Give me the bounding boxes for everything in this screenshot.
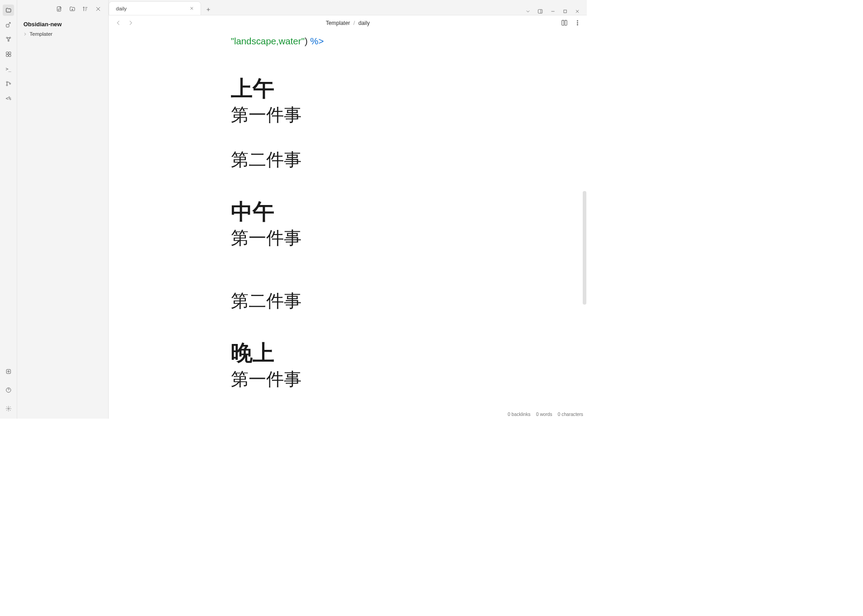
- svg-point-14: [10, 83, 11, 84]
- tree-folder-templater[interactable]: Templater: [20, 29, 106, 38]
- svg-rect-8: [6, 52, 8, 54]
- window-maximize-button[interactable]: [561, 8, 568, 15]
- scrollbar[interactable]: [583, 191, 586, 305]
- graph-icon[interactable]: [5, 36, 12, 43]
- close-icon[interactable]: [189, 5, 194, 11]
- settings-icon[interactable]: [5, 405, 12, 412]
- git-icon[interactable]: [5, 80, 12, 87]
- svg-rect-4: [6, 24, 9, 27]
- terminal-icon[interactable]: >_: [5, 65, 12, 72]
- breadcrumb-sep: /: [352, 20, 357, 26]
- window-close-button[interactable]: [574, 8, 581, 15]
- tree-item-label: Templater: [29, 31, 53, 37]
- new-note-icon[interactable]: [55, 5, 64, 14]
- new-tab-button[interactable]: [203, 4, 214, 15]
- editor[interactable]: "landscape,water") %> 上午 第一件事 第二件事 中午 第一…: [109, 31, 587, 419]
- status-words[interactable]: 0 words: [536, 412, 552, 417]
- svg-rect-31: [538, 10, 542, 13]
- code-string: "landscape,water": [231, 36, 305, 46]
- help-icon[interactable]: [5, 386, 12, 393]
- quick-switch-icon[interactable]: [5, 21, 12, 28]
- heading-first-3[interactable]: 第一件事: [231, 368, 465, 391]
- heading-noon[interactable]: 中午: [231, 200, 465, 224]
- svg-rect-11: [9, 54, 11, 57]
- svg-point-38: [577, 22, 578, 23]
- svg-rect-9: [9, 52, 11, 54]
- canvas-icon[interactable]: [5, 50, 12, 57]
- vault-title: Obsidian-new: [17, 18, 108, 29]
- svg-point-13: [6, 85, 8, 86]
- svg-point-7: [8, 40, 9, 42]
- nav-forward-icon[interactable]: [127, 19, 134, 27]
- breadcrumb-current[interactable]: daily: [359, 20, 370, 26]
- sidebar-tools: [17, 0, 108, 18]
- breadcrumb[interactable]: Templater / daily: [326, 20, 369, 26]
- vault-icon[interactable]: [5, 368, 12, 375]
- code-op: %>: [310, 36, 324, 46]
- sort-icon[interactable]: [81, 5, 90, 14]
- reading-view-icon[interactable]: [561, 19, 568, 27]
- tab-title: daily: [116, 6, 127, 11]
- status-chars[interactable]: 0 characters: [558, 412, 583, 417]
- chevron-down-icon[interactable]: [525, 8, 532, 15]
- svg-point-20: [8, 408, 9, 409]
- more-icon[interactable]: [574, 19, 581, 27]
- file-tree: Templater: [17, 29, 108, 38]
- svg-point-12: [6, 81, 8, 83]
- heading-morning[interactable]: 上午: [231, 76, 465, 101]
- new-folder-icon[interactable]: [67, 5, 77, 14]
- heading-evening[interactable]: 晚上: [231, 341, 465, 366]
- tab-bar: daily: [109, 0, 587, 15]
- view-header: Templater / daily: [109, 15, 587, 31]
- status-backlinks[interactable]: 0 backlinks: [508, 412, 530, 417]
- heading-first-2[interactable]: 第一件事: [231, 226, 465, 249]
- panel-left-icon[interactable]: [0, 5, 1, 16]
- templater-icon[interactable]: <%: [5, 95, 12, 102]
- files-icon[interactable]: [3, 5, 14, 16]
- chevron-right-icon: [23, 32, 28, 37]
- main: daily Templater / daily: [109, 0, 587, 419]
- heading-first[interactable]: 第一件事: [231, 103, 465, 126]
- window-minimize-button[interactable]: [549, 8, 556, 15]
- code-line[interactable]: "landscape,water") %>: [231, 34, 465, 48]
- nav-back-icon[interactable]: [115, 19, 122, 27]
- heading-second-2[interactable]: 第二件事: [231, 289, 465, 312]
- ribbon: >_ <%: [0, 0, 17, 419]
- collapse-icon[interactable]: [93, 5, 102, 14]
- svg-rect-10: [6, 54, 8, 57]
- sidebar: Obsidian-new Templater: [17, 0, 109, 419]
- svg-rect-34: [564, 10, 566, 13]
- heading-second[interactable]: 第二件事: [231, 148, 465, 171]
- status-bar: 0 backlinks 0 words 0 characters: [504, 410, 587, 419]
- tab-daily[interactable]: daily: [109, 1, 201, 15]
- code-paren: ): [305, 36, 310, 46]
- svg-point-39: [577, 24, 578, 25]
- breadcrumb-parent[interactable]: Templater: [326, 20, 350, 26]
- right-panel-icon[interactable]: [537, 8, 544, 15]
- svg-point-37: [577, 20, 578, 21]
